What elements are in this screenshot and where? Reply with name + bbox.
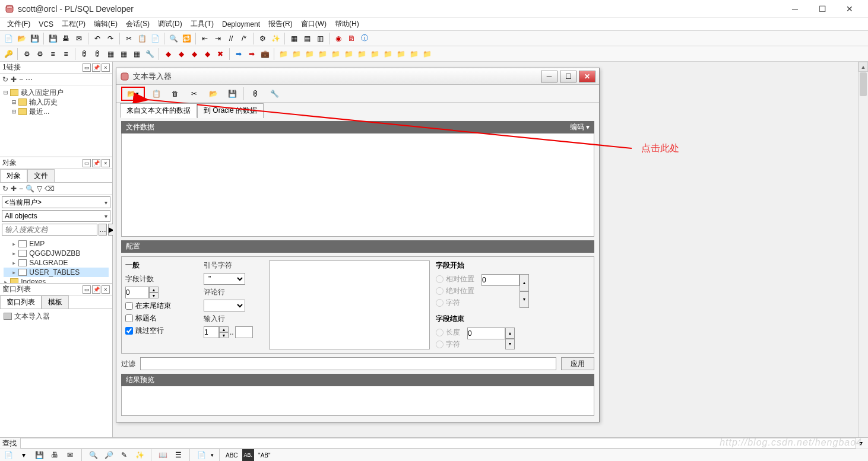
menu-tools[interactable]: 工具(T) <box>187 18 217 30</box>
clear-button[interactable]: 🗑 <box>167 87 183 101</box>
folder7-icon[interactable]: 📁 <box>356 48 368 60</box>
to-db-button[interactable]: 🛢 <box>248 87 263 101</box>
folder9-icon[interactable]: 📁 <box>382 48 394 60</box>
red-dot4-icon[interactable]: ◆ <box>201 48 213 60</box>
menu-report[interactable]: 报告(R) <box>265 18 296 30</box>
fe-value-spinner[interactable]: ▲▼ <box>467 328 515 349</box>
save-icon[interactable]: 💾 <box>28 33 40 44</box>
red-dot3-icon[interactable]: ◆ <box>188 48 200 60</box>
skip-blank-check[interactable] <box>125 327 133 335</box>
panel-float-icon[interactable]: ▭ <box>83 63 91 72</box>
tree-node-selected[interactable]: ▸USER_TABLES <box>4 268 109 277</box>
db-yellow-icon[interactable]: 🛢 <box>78 48 90 60</box>
panel-close-icon[interactable]: × <box>102 285 110 294</box>
gear-icon[interactable]: ⚙ <box>21 48 33 60</box>
window-tile-icon[interactable]: ▦ <box>288 33 300 44</box>
sb-findprev-icon[interactable]: 🔎 <box>103 449 115 461</box>
indent-left-icon[interactable]: ⇤ <box>199 33 211 44</box>
fs-rel-radio[interactable] <box>436 275 443 283</box>
panel-pin-icon[interactable]: 📌 <box>92 159 100 167</box>
plus-icon[interactable]: ✚ <box>11 75 17 84</box>
red-x-icon[interactable]: ✖ <box>214 48 226 60</box>
tab-to-oracle[interactable]: 到 Oracle 的数据 <box>197 103 264 118</box>
info-icon[interactable]: ⓘ <box>359 33 370 44</box>
folder6-icon[interactable]: 📁 <box>343 48 354 60</box>
minus-icon[interactable]: − <box>19 185 23 193</box>
copy-icon[interactable]: 📋 <box>136 33 148 44</box>
comment-icon[interactable]: // <box>225 33 237 44</box>
sb-doc-icon[interactable]: 📄 <box>2 449 14 461</box>
mdi-minimize-button[interactable]: ─ <box>541 71 557 82</box>
tree-node[interactable]: ▸QGGDJWDZBB <box>4 249 109 258</box>
open-file-button[interactable]: 📂 ▾ <box>121 87 145 101</box>
sb-print-icon[interactable]: 🖶 <box>49 449 61 461</box>
scroll-thumb[interactable] <box>860 72 867 96</box>
mail-icon[interactable]: ✉ <box>73 33 85 44</box>
tab-from-text[interactable]: 来自文本文件的数据 <box>120 103 197 118</box>
save-def-button[interactable]: 💾 <box>224 87 240 101</box>
folder10-icon[interactable]: 📁 <box>395 48 407 60</box>
folder2-icon[interactable]: 📁 <box>290 48 302 60</box>
minus-icon[interactable]: − <box>19 75 23 84</box>
menu-edit[interactable]: 编辑(E) <box>90 18 121 30</box>
encoding-dropdown[interactable]: ▾ <box>586 123 590 131</box>
input-lines-to[interactable] <box>235 326 253 338</box>
find-icon[interactable]: 🔍 <box>167 33 179 44</box>
sb-down-icon[interactable]: ▾ <box>18 449 30 461</box>
user-combo[interactable]: <当前用户>▾ <box>2 196 110 208</box>
fs-value-spinner[interactable]: ▲▼ <box>481 274 529 308</box>
folder12-icon[interactable]: 📁 <box>421 48 433 60</box>
fs-abs-radio[interactable] <box>436 287 443 295</box>
settings-button[interactable]: 🔧 <box>267 87 282 101</box>
tree-node[interactable]: ▸EMP <box>4 239 109 249</box>
scroll-up-icon[interactable]: ▲ <box>859 62 868 72</box>
field-count-spinner[interactable]: ▲▼ <box>125 287 198 298</box>
vertical-scrollbar[interactable]: ▲ ▼ <box>858 62 868 448</box>
menu-window[interactable]: 窗口(W) <box>297 18 330 30</box>
folder5-icon[interactable]: 📁 <box>330 48 341 60</box>
find-icon[interactable]: 🔍 <box>26 185 34 193</box>
grid3-icon[interactable]: ▦ <box>131 48 142 60</box>
tree-node[interactable]: ⊞最近... <box>4 107 109 116</box>
panel-float-icon[interactable]: ▭ <box>83 285 91 294</box>
sb-replace-icon[interactable]: ✎ <box>118 449 130 461</box>
file-data-box[interactable] <box>121 133 594 237</box>
db-blue-icon[interactable]: 🛢 <box>91 48 103 60</box>
arrow-blue-icon[interactable]: ➡ <box>233 48 245 60</box>
search-more-button[interactable]: … <box>99 224 107 236</box>
cut-icon[interactable]: ✂ <box>123 33 135 44</box>
panel-pin-icon[interactable]: 📌 <box>92 63 100 72</box>
tree-node[interactable]: ⊟输入历史 <box>4 97 109 107</box>
grid2-icon[interactable]: ▦ <box>118 48 129 60</box>
oracle-icon[interactable]: ◉ <box>332 33 344 44</box>
sb-list-icon[interactable]: ☰ <box>172 449 184 461</box>
key-icon[interactable]: 🔑 <box>2 48 14 60</box>
sb-abc-icon[interactable]: ABC <box>225 449 239 461</box>
fe-len-radio[interactable] <box>436 329 443 336</box>
briefcase-icon[interactable]: 💼 <box>259 48 271 60</box>
menu-deployment[interactable]: Deployment <box>218 19 264 30</box>
paste-icon[interactable]: 📄 <box>149 33 161 44</box>
sb-highlight-icon[interactable]: ✨ <box>134 449 145 461</box>
compile-icon[interactable]: ⚙ <box>256 33 268 44</box>
folder1-icon[interactable]: 📁 <box>277 48 289 60</box>
filter-combo[interactable]: All objects▾ <box>2 210 110 222</box>
wrench-icon[interactable]: 🔧 <box>144 48 156 60</box>
open-icon[interactable]: 📂 <box>15 33 27 44</box>
menu-help[interactable]: 帮助(H) <box>331 18 363 30</box>
panel-close-icon[interactable]: × <box>102 159 110 167</box>
input-lines-spinner[interactable]: ▲▼ <box>204 326 229 338</box>
print-icon[interactable]: 🖶 <box>60 33 72 44</box>
mdi-close-button[interactable]: ✕ <box>579 71 595 82</box>
sb-ab-toggle[interactable]: AB. <box>242 449 255 461</box>
sb-mail-icon[interactable]: ✉ <box>64 449 76 461</box>
save-all-icon[interactable]: 💾 <box>47 33 59 44</box>
window-cascade-icon[interactable]: ▤ <box>301 33 313 44</box>
new-def-button[interactable]: ✂ <box>186 87 202 101</box>
pdf-icon[interactable]: 🖹 <box>346 33 357 44</box>
sb-floppy-icon[interactable]: 💾 <box>33 449 45 461</box>
new-icon[interactable]: 📄 <box>2 33 14 44</box>
tree-node[interactable]: ⊟载入固定用户 <box>4 88 109 97</box>
arrow-red-icon[interactable]: ➡ <box>246 48 258 60</box>
quote-char-select[interactable]: " <box>204 273 245 285</box>
